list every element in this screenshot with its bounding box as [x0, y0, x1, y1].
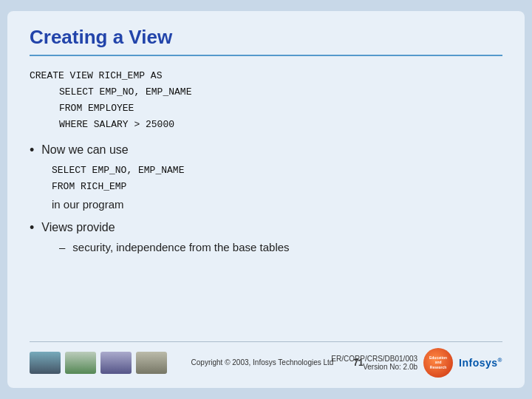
footer-center: Copyright © 2003, Infosys Technologies L… [177, 358, 347, 366]
footer-version: ER/CORP/CRS/DB01/003 Version No: 2.0b [331, 355, 417, 371]
bullet-dot-1: • [30, 142, 34, 159]
slide-content: CREATE VIEW RICH_EMP AS SELECT EMP_NO, E… [30, 68, 502, 335]
create-section: CREATE VIEW RICH_EMP AS SELECT EMP_NO, E… [30, 68, 502, 133]
sub-bullet-text: security, independence from the base tab… [72, 241, 289, 253]
select-line-1: SELECT EMP_NO, EMP_NAME [52, 163, 502, 179]
select-line-2: FROM RICH_EMP [52, 179, 502, 195]
code-line-4: WHERE SALARY > 25000 [30, 117, 502, 133]
footer: Copyright © 2003, Infosys Technologies L… [30, 341, 502, 377]
infosys-logo-text: Infosys® [459, 357, 502, 369]
footer-img-river [136, 352, 167, 374]
bullet-1-text: Now we can use [41, 142, 128, 158]
footer-img-arch [65, 352, 96, 374]
registered-mark: ® [498, 357, 502, 364]
bullet-2-text: Views provide [41, 219, 115, 236]
version-label: ER/CORP/CRS/DB01/003 [331, 355, 417, 363]
version-number: Version No: 2.0b [331, 363, 417, 371]
copyright-text: Copyright © 2003, Infosys Technologies L… [177, 358, 347, 366]
edu-circle: Education and Research [423, 348, 453, 378]
code-line-2: SELECT EMP_NO, EMP_NAME [30, 84, 502, 100]
sub-bullet: – security, independence from the base t… [30, 241, 502, 253]
code-line-3: FROM EMPLOYEE [30, 100, 502, 117]
infosys-name: Infosys [459, 357, 498, 369]
sub-bullet-dash: – [59, 241, 65, 253]
bullet-1: • Now we can use [30, 142, 502, 159]
footer-right: ER/CORP/CRS/DB01/003 Version No: 2.0b Ed… [369, 348, 502, 378]
footer-img-mount [100, 352, 132, 374]
footer-img-city [30, 352, 61, 374]
edu-text-3: Research [430, 365, 447, 370]
in-our-program: in our program [30, 198, 502, 211]
code-line-1: CREATE VIEW RICH_EMP AS [30, 68, 502, 84]
select-block: SELECT EMP_NO, EMP_NAME FROM RICH_EMP [30, 163, 502, 195]
bullet-dot-2: • [30, 219, 34, 236]
infosys-logo: Infosys® [459, 357, 502, 369]
footer-images [30, 352, 177, 374]
bullet-2: • Views provide [30, 219, 502, 236]
slide-title: Creating a View [30, 26, 502, 56]
education-icon: Education and Research [423, 348, 453, 378]
slide: Creating a View CREATE VIEW RICH_EMP AS … [7, 11, 525, 388]
